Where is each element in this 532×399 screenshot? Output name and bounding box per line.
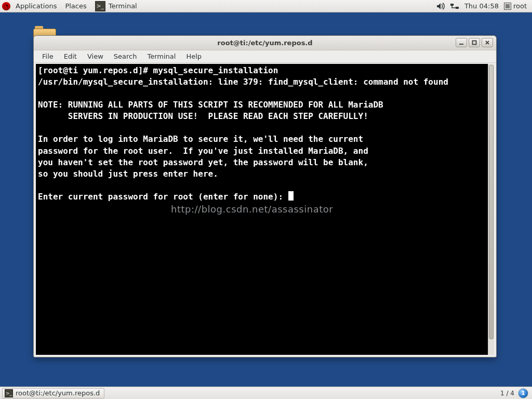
clock[interactable]: Thu 04:58 (464, 2, 499, 10)
terminal-output-line: so you should just press enter here. (38, 169, 218, 179)
window-title: root@ti:/etc/yum.repos.d (34, 39, 496, 47)
taskbar-entry[interactable]: >_ root@ti:/etc/yum.repos.d (2, 388, 104, 398)
workspace-switcher: 1 / 4 1 (500, 389, 530, 398)
user-menu[interactable]: root (504, 2, 527, 10)
maximize-button[interactable] (469, 38, 480, 47)
menu-view[interactable]: View (82, 51, 109, 62)
menubar: File Edit View Search Terminal Help (34, 50, 496, 63)
watermark-text: http://blog.csdn.net/assassinator (171, 203, 333, 216)
terminal-output-line: /usr/bin/mysql_secure_installation: line… (38, 77, 448, 87)
minimize-button[interactable] (456, 38, 467, 47)
menu-edit[interactable]: Edit (59, 51, 82, 62)
taskbar-entry-label: root@ti:/etc/yum.repos.d (16, 389, 100, 397)
terminal-icon: >_ (5, 389, 13, 397)
places-menu[interactable]: Places (61, 1, 90, 11)
shell-prompt: [root@ti yum.repos.d]# (38, 65, 153, 75)
terminal-window: root@ti:/etc/yum.repos.d File Edit View … (33, 35, 497, 357)
user-icon (504, 3, 511, 10)
applications-menu[interactable]: Applications (11, 1, 61, 11)
scrollbar-thumb[interactable] (489, 65, 494, 339)
svg-rect-0 (450, 4, 454, 6)
menu-help[interactable]: Help (181, 51, 207, 62)
system-tray: Thu 04:58 root (436, 2, 530, 10)
terminal[interactable]: [root@ti yum.repos.d]# mysql_secure_inst… (36, 64, 488, 355)
network-icon[interactable] (450, 3, 459, 10)
bottom-panel: >_ root@ti:/etc/yum.repos.d 1 / 4 1 (0, 387, 532, 399)
svg-rect-2 (473, 41, 476, 45)
terminal-area: [root@ti yum.repos.d]# mysql_secure_inst… (36, 64, 494, 355)
close-button[interactable] (482, 38, 493, 47)
window-buttons (456, 38, 493, 47)
volume-icon[interactable] (436, 3, 445, 10)
menu-file[interactable]: File (37, 51, 59, 62)
terminal-output-line: NOTE: RUNNING ALL PARTS OF THIS SCRIPT I… (38, 100, 383, 110)
terminal-output-line: SERVERS IN PRODUCTION USE! PLEASE READ E… (38, 111, 368, 121)
terminal-scrollbar[interactable] (488, 64, 494, 355)
distro-icon: ◔ (2, 2, 10, 10)
terminal-prompt-line: Enter current password for root (enter f… (38, 192, 288, 202)
terminal-launcher-icon[interactable]: >_ (95, 1, 105, 11)
workspace-counter[interactable]: 1 / 4 (500, 390, 514, 397)
terminal-launcher-label[interactable]: Terminal (107, 1, 141, 11)
menu-search[interactable]: Search (109, 51, 142, 62)
workspace-badge[interactable]: 1 (518, 389, 528, 398)
terminal-output-line: you haven't set the root password yet, t… (38, 157, 368, 167)
terminal-output-line: In order to log into MariaDB to secure i… (38, 134, 363, 144)
shell-command: mysql_secure_installation (153, 65, 278, 75)
user-label: root (513, 2, 527, 10)
terminal-output-line: password for the root user. If you've ju… (38, 146, 368, 156)
terminal-cursor (288, 191, 294, 201)
top-panel: ◔ Applications Places >_ Terminal Thu 04… (0, 0, 532, 12)
titlebar[interactable]: root@ti:/etc/yum.repos.d (34, 36, 496, 50)
menu-terminal[interactable]: Terminal (142, 51, 181, 62)
